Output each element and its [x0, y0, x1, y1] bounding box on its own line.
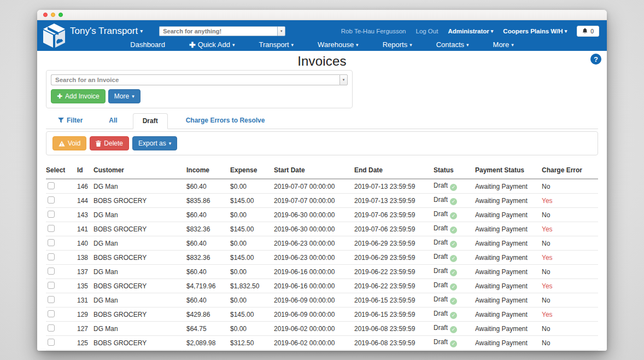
- id-cell: 127: [77, 322, 93, 336]
- select-cell: [46, 293, 77, 307]
- invoice-search-input[interactable]: [51, 74, 339, 85]
- status-check-icon: ✓: [450, 283, 457, 291]
- navbar-menu: Dashboard ✚ Quick Add ▾ Transport ▾ Ware…: [37, 38, 607, 51]
- row-checkbox[interactable]: [48, 282, 55, 289]
- window-minimize-button[interactable]: [51, 13, 55, 17]
- status-cell: Draft✓: [434, 279, 475, 293]
- nav-item-reports[interactable]: Reports ▾: [383, 40, 412, 49]
- nav-item-transport[interactable]: Transport ▾: [259, 40, 294, 49]
- trash-icon: [96, 141, 101, 147]
- nav-item-dashboard[interactable]: Dashboard: [130, 40, 165, 49]
- table-row[interactable]: 135 BOBS GROCERY $4,719.96 $1,832.50 201…: [46, 279, 598, 293]
- customer-cell: DG Man: [93, 322, 186, 336]
- table-row[interactable]: 127 DG Man $64.75 $0.00 2019-06-02 00:00…: [46, 322, 598, 336]
- income-cell: $60.40: [186, 265, 230, 279]
- chevron-down-icon: ▾: [291, 42, 294, 48]
- table-row[interactable]: 140 DG Man $60.40 $0.00 2019-06-23 00:00…: [46, 236, 598, 251]
- row-checkbox[interactable]: [48, 339, 55, 346]
- tab-all[interactable]: All: [109, 117, 117, 129]
- status-check-icon: ✓: [450, 298, 457, 305]
- row-checkbox[interactable]: [48, 253, 55, 260]
- notification-count: 0: [590, 28, 594, 34]
- row-checkbox[interactable]: [48, 239, 55, 246]
- window-zoom-button[interactable]: [58, 13, 63, 17]
- end-date-cell: 2019-07-06 23:59:59: [354, 208, 434, 222]
- tab-filter[interactable]: Filter: [58, 117, 83, 129]
- invoice-search-dropdown-button[interactable]: ▾: [339, 74, 348, 85]
- start-date-cell: 2019-06-16 00:00:00: [274, 279, 354, 293]
- window-close-button[interactable]: [43, 13, 48, 17]
- table-row[interactable]: 129 BOBS GROCERY $429.86 $145.00 2019-06…: [46, 307, 598, 322]
- table-row[interactable]: 138 BOBS GROCERY $832.36 $145.00 2019-06…: [46, 251, 598, 265]
- tab-charge-errors[interactable]: Charge Errors to Resolve: [186, 117, 265, 129]
- logout-link[interactable]: Log Out: [415, 28, 438, 34]
- select-cell: [46, 194, 77, 208]
- end-date-cell: 2019-06-29 23:59:59: [354, 251, 434, 265]
- chevron-down-icon: ▾: [169, 141, 172, 146]
- notifications-button[interactable]: 0: [577, 26, 599, 37]
- start-date-cell: 2019-06-16 00:00:00: [274, 265, 354, 279]
- table-row[interactable]: 131 DG Man $60.40 $0.00 2019-06-09 00:00…: [46, 293, 598, 307]
- role-label: Administrator: [448, 28, 489, 34]
- payment-status-cell: Awaiting Payment: [475, 336, 542, 350]
- row-checkbox[interactable]: [48, 211, 55, 218]
- row-checkbox[interactable]: [48, 296, 55, 303]
- status-cell: Draft✓: [434, 208, 475, 222]
- select-cell: [46, 279, 77, 293]
- add-invoice-button[interactable]: ✚ Add Invoice: [51, 89, 106, 103]
- help-icon[interactable]: ?: [590, 54, 601, 65]
- table-row[interactable]: 143 DG Man $60.40 $0.00 2019-06-30 00:00…: [46, 208, 598, 222]
- nav-item-contacts[interactable]: Contacts ▾: [436, 40, 469, 49]
- status-check-icon: ✓: [450, 227, 457, 234]
- table-row[interactable]: 146 DG Man $60.40 $0.00 2019-07-07 00:00…: [46, 179, 598, 194]
- export-as-button[interactable]: Export as ▾: [132, 136, 177, 150]
- global-search-dropdown-button[interactable]: ▾: [277, 26, 285, 36]
- expense-cell: $145.00: [230, 251, 274, 265]
- payment-status-cell: Awaiting Payment: [475, 236, 542, 251]
- warehouse-dropdown[interactable]: Coopers Plains W/H ▾: [503, 28, 567, 34]
- charge-error-cell: No: [542, 293, 598, 307]
- status-label: Draft: [434, 253, 448, 260]
- nav-item-warehouse[interactable]: Warehouse ▾: [318, 40, 359, 49]
- expense-cell: $0.00: [230, 350, 274, 351]
- select-cell: [46, 265, 77, 279]
- bulk-actions-panel: Void Delete Export as ▾: [46, 131, 598, 155]
- row-checkbox[interactable]: [48, 268, 55, 275]
- row-checkbox[interactable]: [48, 225, 55, 232]
- expense-cell: $0.00: [230, 236, 274, 251]
- nav-item-label: Quick Add: [198, 40, 230, 49]
- page-header: Invoices ?: [37, 51, 607, 68]
- row-checkbox[interactable]: [48, 310, 55, 317]
- table-row[interactable]: 141 BOBS GROCERY $832.36 $145.00 2019-06…: [46, 222, 598, 236]
- global-search-input[interactable]: [159, 26, 277, 36]
- start-date-cell: 2019-06-02 00:00:00: [274, 322, 354, 336]
- expense-cell: $0.00: [230, 322, 274, 336]
- brand-menu[interactable]: Tony's Transport ▾: [70, 26, 143, 37]
- row-checkbox[interactable]: [48, 196, 55, 204]
- income-cell: $55.00: [186, 350, 230, 351]
- table-row[interactable]: 124 DG Man $55.00 $0.00 2019-05-26 00:00…: [46, 350, 598, 351]
- role-dropdown[interactable]: Administrator ▾: [448, 28, 493, 34]
- payment-status-cell: Awaiting Payment: [475, 279, 542, 293]
- tab-draft[interactable]: Draft: [133, 113, 168, 129]
- income-cell: $4,719.96: [186, 279, 230, 293]
- column-header-status: Status: [434, 162, 475, 179]
- table-row[interactable]: 125 BOBS GROCERY $2,089.98 $312.50 2019-…: [46, 336, 598, 350]
- row-checkbox[interactable]: [48, 182, 55, 189]
- customer-cell: DG Man: [93, 350, 186, 351]
- charge-error-cell: No: [542, 179, 598, 194]
- user-name-link[interactable]: Rob Te-Hau Fergusson: [341, 28, 406, 34]
- void-button[interactable]: Void: [52, 136, 86, 150]
- more-button[interactable]: More ▾: [108, 89, 140, 103]
- select-cell: [46, 350, 77, 351]
- income-cell: $60.40: [186, 179, 230, 194]
- row-checkbox[interactable]: [48, 324, 55, 332]
- id-cell: 143: [77, 208, 93, 222]
- table-row[interactable]: 137 DG Man $60.40 $0.00 2019-06-16 00:00…: [46, 265, 598, 279]
- nav-item-quick-add[interactable]: ✚ Quick Add ▾: [189, 40, 235, 49]
- column-header-charge-error: Charge Error: [542, 162, 598, 179]
- status-label: Draft: [434, 224, 448, 232]
- delete-button[interactable]: Delete: [90, 136, 129, 150]
- nav-item-more[interactable]: More ▾: [493, 40, 514, 49]
- table-row[interactable]: 144 BOBS GROCERY $835.86 $145.00 2019-07…: [46, 194, 598, 208]
